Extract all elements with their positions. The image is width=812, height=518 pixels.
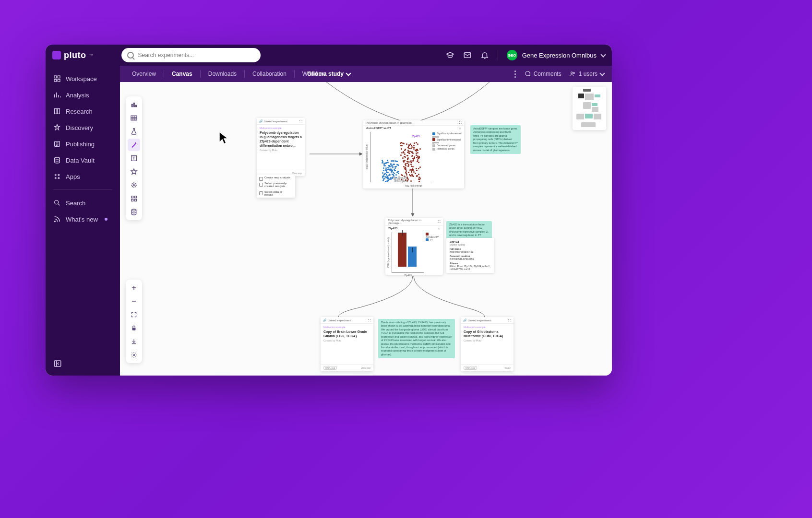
svg-point-13 — [55, 200, 59, 204]
chevron-down-icon — [599, 71, 605, 76]
topbar-actions: GEO Gene Expression Omnibus — [446, 50, 605, 60]
app-body: Workspace Analysis Research Discovery Pu… — [46, 82, 612, 376]
tab-overview[interactable]: Overview — [127, 67, 161, 81]
education-icon[interactable] — [446, 51, 454, 59]
full-name: zinc finger protein 423 — [450, 250, 491, 253]
card-footer: RNA-seq Today — [461, 364, 513, 371]
search-icon — [53, 199, 61, 207]
sidebar-item-analysis[interactable]: Analysis — [46, 87, 120, 103]
expand-icon[interactable]: ⛶ — [459, 121, 462, 124]
sidebar-item-workspace[interactable]: Workspace — [46, 71, 120, 87]
svg-point-14 — [54, 221, 55, 222]
apps-icon — [53, 173, 61, 180]
bell-icon[interactable] — [480, 51, 489, 59]
separator — [164, 70, 164, 78]
menu-select-analysis[interactable]: Select previously-created analysis — [257, 180, 295, 189]
card-caption: 🔗Linked experiment⛶ — [321, 317, 373, 324]
card-action-menu: Create new analysis — [321, 374, 373, 376]
sticky-note-ortholog[interactable]: The human ortholog of Zfp423, ZNF423, ha… — [378, 319, 455, 358]
sidebar-item-discovery[interactable]: Discovery — [46, 119, 120, 136]
tab-collaboration[interactable]: Collaboration — [248, 67, 291, 81]
expand-icon[interactable]: ⛶ — [508, 319, 511, 322]
card-meta: Curated by Pluto — [461, 339, 513, 345]
card-title: Copy of Brain Lower Grade Glioma (LGG, T… — [321, 329, 373, 339]
app-window: pluto ™ GEO Gene Expression Omnibus — [46, 45, 612, 376]
sidebar-item-label: Research — [66, 108, 93, 115]
rss-icon — [53, 215, 61, 223]
sticky-note-astro[interactable]: AstroEGFP* samples are tumor germ. Astro… — [470, 125, 521, 154]
action-create-analysis[interactable]: Create new analysis — [321, 374, 373, 376]
bar-chart-card[interactable]: Polycomb dysregulation in gliomage...⛶ Z… — [385, 218, 443, 275]
link-icon: 🔗 — [463, 318, 466, 322]
sidebar-item-apps[interactable]: Apps — [46, 168, 120, 185]
canvas-area[interactable]: 🔗Linked experiment⛶ Multi-omics example … — [120, 82, 612, 376]
svg-rect-6 — [58, 79, 60, 82]
users-dropdown[interactable]: 1 users — [569, 71, 604, 77]
svg-point-12 — [58, 177, 60, 179]
more-menu-icon[interactable] — [514, 71, 516, 78]
canvas-stage[interactable]: 🔗Linked experiment⛶ Multi-omics example … — [120, 82, 612, 376]
svg-rect-3 — [54, 76, 57, 78]
expand-icon[interactable]: ⛶ — [368, 319, 371, 322]
sidebar-item-search[interactable]: Search — [46, 195, 120, 211]
sidebar-item-label: Discovery — [66, 124, 93, 131]
expand-icon[interactable]: ⛶ — [299, 120, 302, 123]
experiment-card-gbm[interactable]: 🔗Linked experiment⛶ Multi-omics example … — [461, 317, 513, 371]
plot-legend: Significantly decreased genes Significan… — [432, 132, 462, 182]
comments-button[interactable]: Comments — [524, 71, 561, 77]
expand-icon[interactable]: ⛶ — [438, 220, 441, 223]
card-footer: RNA-seq View exp — [321, 364, 373, 371]
svg-point-1 — [571, 72, 573, 74]
experiment-card-polycomb[interactable]: 🔗Linked experiment⛶ Multi-omics example … — [257, 118, 305, 176]
chevron-down-icon — [600, 52, 606, 57]
svg-point-11 — [55, 177, 56, 179]
brand-name: pluto — [64, 50, 86, 60]
users-label: 1 users — [579, 71, 597, 77]
comments-label: Comments — [534, 71, 561, 77]
link-icon: 🔗 — [323, 318, 326, 322]
plot-title: Zfp423 — [388, 227, 397, 230]
new-indicator-icon — [105, 218, 107, 221]
x-axis-label: log₂ fold change — [363, 184, 464, 188]
study-title-text: Glioma study — [307, 71, 344, 77]
sidebar-item-label: Workspace — [66, 75, 97, 82]
card-meta: Curated by Pluto — [257, 149, 305, 154]
card-caption: Polycomb dysregulation in gliomage...⛶ — [385, 218, 443, 226]
close-icon[interactable]: ✕ — [459, 127, 461, 130]
sidebar-item-label: Analysis — [66, 92, 89, 99]
close-icon[interactable]: ✕ — [438, 227, 440, 230]
action-create-analysis[interactable]: Create new analysis — [461, 374, 513, 376]
organization-dropdown[interactable]: GEO Gene Expression Omnibus — [507, 50, 605, 60]
brand-logo[interactable]: pluto ™ — [52, 50, 93, 60]
study-title-dropdown[interactable]: Glioma study — [307, 71, 350, 77]
publishing-icon — [53, 140, 61, 148]
footer-right[interactable]: View exp — [361, 366, 370, 369]
svg-point-2 — [573, 72, 574, 74]
sidebar-item-whats-new[interactable]: What's new — [46, 211, 120, 227]
sidebar-item-label: Search — [66, 200, 85, 207]
separator — [244, 70, 245, 78]
aliases: Ebfaz, Roaz, Zfp-104, Zfp104, ebfaz1, mK… — [450, 265, 491, 271]
card-title: Polycomb dysregulation in gliomagenesis … — [257, 130, 305, 149]
sidebar-item-label: What's new — [66, 216, 98, 223]
data-vault-icon — [53, 156, 61, 164]
menu-select-data[interactable]: Select data or results — [257, 189, 295, 198]
experiment-card-lgg[interactable]: 🔗Linked experiment⛶ Multi-omics example … — [321, 317, 373, 371]
mail-icon[interactable] — [463, 51, 472, 59]
footer-badge: RNA-seq — [464, 366, 477, 370]
tab-downloads[interactable]: Downloads — [203, 67, 241, 81]
sidebar-item-data-vault[interactable]: Data Vault — [46, 152, 120, 168]
volcano-plot-card[interactable]: Polycomb dysregulation in gliomage...⛶ A… — [363, 120, 464, 188]
search-input[interactable] — [138, 52, 255, 59]
menu-create-analysis[interactable]: Create new analysis — [257, 175, 295, 180]
gene-info-card[interactable]: Zfp423 protein-coding Full name zinc fin… — [446, 238, 494, 273]
sidebar-item-label: Apps — [66, 173, 80, 180]
global-search[interactable] — [121, 48, 261, 62]
sidebar-collapse-button[interactable] — [46, 352, 120, 376]
card-tag: Multi-omics example — [321, 324, 373, 329]
tab-canvas[interactable]: Canvas — [167, 67, 197, 81]
sidebar-item-publishing[interactable]: Publishing — [46, 136, 120, 152]
position: 8:87690546-87912456 — [450, 258, 491, 260]
footer-right[interactable]: Today — [504, 366, 511, 369]
sidebar-item-research[interactable]: Research — [46, 103, 120, 119]
